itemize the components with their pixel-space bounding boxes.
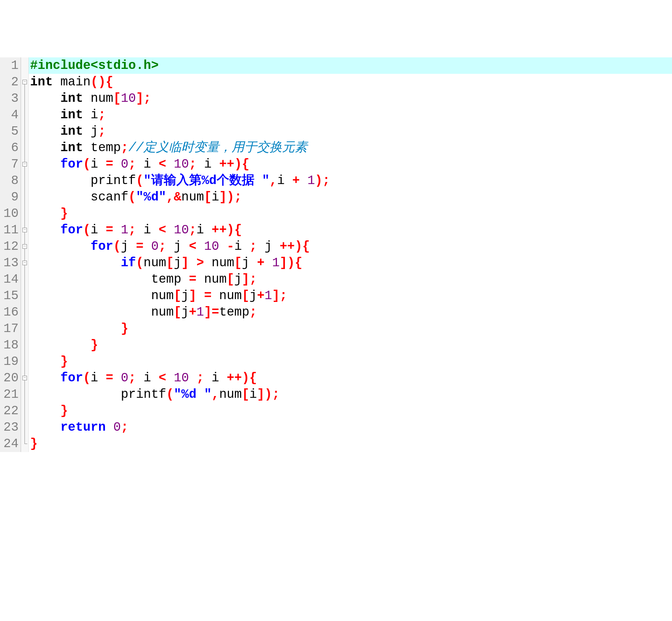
token-id: j (234, 272, 242, 287)
token-br: [ (227, 272, 234, 287)
fold-gutter[interactable] (21, 304, 29, 320)
token-punc: ; (98, 124, 106, 139)
fold-minus-icon[interactable]: − (22, 376, 27, 380)
code-content[interactable]: } (29, 403, 672, 419)
fold-gutter[interactable]: − (21, 238, 29, 255)
code-content[interactable]: int temp;//定义临时变量，用于交换元素 (29, 140, 672, 156)
token-br: } (60, 404, 68, 418)
fold-gutter[interactable]: − (21, 74, 29, 90)
fold-gutter[interactable]: − (21, 156, 29, 172)
fold-minus-icon[interactable]: − (22, 244, 27, 249)
fold-gutter[interactable] (21, 288, 29, 304)
token-punc: , (212, 387, 219, 402)
token-punc: ; (250, 239, 257, 254)
code-content[interactable]: for(i = 0; i < 10 ; i ++){ (29, 370, 672, 386)
token-br: ] (219, 190, 227, 204)
token-type: int (60, 124, 83, 139)
code-content[interactable]: int j; (29, 123, 672, 140)
token-id (166, 157, 174, 171)
token-id: j (121, 239, 136, 254)
code-content[interactable]: num[j+1]=temp; (29, 304, 672, 320)
line-number: 13 (0, 255, 21, 271)
token-op: + (189, 305, 197, 319)
code-content[interactable]: } (29, 353, 672, 370)
fold-gutter[interactable]: − (21, 222, 29, 238)
token-id: j (174, 256, 182, 270)
token-num: 1 (272, 256, 280, 270)
code-content[interactable]: for(i = 1; i < 10;i ++){ (29, 222, 672, 238)
fold-gutter[interactable]: − (21, 370, 29, 386)
token-br: ] (204, 305, 212, 319)
token-num: 1 (265, 289, 272, 303)
token-num: 1 (121, 223, 128, 237)
token-punc: ; (234, 190, 242, 204)
code-line: 7− for(i = 0; i < 10; i ++){ (0, 156, 672, 172)
code-content[interactable]: temp = num[j]; (29, 271, 672, 288)
code-content[interactable]: } (29, 320, 672, 337)
code-line: 9 scanf("%d",&num[i]); (0, 189, 672, 205)
fold-minus-icon[interactable]: − (22, 80, 27, 84)
fold-gutter[interactable] (21, 403, 29, 419)
code-content[interactable]: int num[10]; (29, 90, 672, 107)
fold-gutter[interactable] (21, 172, 29, 189)
fold-gutter[interactable] (21, 386, 29, 403)
fold-minus-icon[interactable]: − (22, 162, 27, 167)
fold-gutter[interactable] (21, 353, 29, 370)
fold-gutter[interactable] (21, 337, 29, 353)
fold-gutter[interactable] (21, 271, 29, 288)
code-content[interactable]: for(i = 0; i < 10; i ++){ (29, 156, 672, 172)
fold-gutter[interactable] (21, 189, 29, 205)
fold-minus-icon[interactable]: − (22, 228, 27, 232)
token-op: = (212, 305, 219, 319)
fold-gutter[interactable] (21, 205, 29, 222)
token-num: 0 (121, 157, 128, 171)
fold-gutter[interactable] (21, 320, 29, 337)
code-content[interactable]: return 0; (29, 419, 672, 436)
code-content[interactable]: } (29, 337, 672, 353)
token-br: ] (189, 289, 197, 303)
code-content[interactable]: } (29, 205, 672, 222)
token-id (113, 223, 121, 237)
fold-gutter[interactable] (21, 90, 29, 107)
code-content[interactable]: #include<stdio.h> (29, 57, 672, 74)
token-br: ) (227, 223, 234, 237)
token-num: 10 (204, 239, 219, 254)
token-id (30, 124, 60, 139)
code-content[interactable]: int i; (29, 107, 672, 123)
line-number: 11 (0, 222, 21, 238)
code-line: 15 num[j] = num[j+1]; (0, 288, 672, 304)
code-content[interactable]: printf("%d ",num[i]); (29, 386, 672, 403)
token-id (30, 141, 60, 155)
fold-gutter[interactable] (21, 140, 29, 156)
token-id: scanf (30, 190, 128, 204)
code-content[interactable]: for(j = 0; j < 10 -i ; j ++){ (29, 238, 672, 255)
code-content[interactable]: printf("请输入第%d个数据 ",i + 1); (29, 172, 672, 189)
token-id: i (196, 157, 219, 171)
token-punc: ; (189, 157, 197, 171)
token-id: printf (30, 387, 166, 402)
code-content[interactable]: if(num[j] > num[j + 1]){ (29, 255, 672, 271)
fold-gutter[interactable] (21, 419, 29, 436)
token-punc: ; (144, 91, 151, 106)
fold-gutter[interactable]: − (21, 255, 29, 271)
code-content[interactable]: num[j] = num[j+1]; (29, 288, 672, 304)
token-br: ) (227, 190, 234, 204)
token-id (144, 239, 151, 254)
line-number: 5 (0, 123, 21, 140)
token-br: ( (83, 223, 91, 237)
token-punc: ; (121, 141, 128, 155)
token-br: { (242, 157, 250, 171)
code-content[interactable]: scanf("%d",&num[i]); (29, 189, 672, 205)
token-id: temp (30, 272, 189, 287)
token-op: > (196, 256, 204, 270)
code-content[interactable]: int main(){ (29, 74, 672, 90)
token-kw: if (121, 256, 136, 270)
token-id (30, 354, 60, 369)
fold-gutter[interactable] (21, 57, 29, 74)
code-content[interactable]: } (29, 436, 672, 452)
fold-gutter[interactable] (21, 107, 29, 123)
fold-gutter[interactable] (21, 436, 29, 452)
fold-gutter[interactable] (21, 123, 29, 140)
token-br: ) (242, 371, 250, 385)
fold-minus-icon[interactable]: − (22, 261, 27, 265)
